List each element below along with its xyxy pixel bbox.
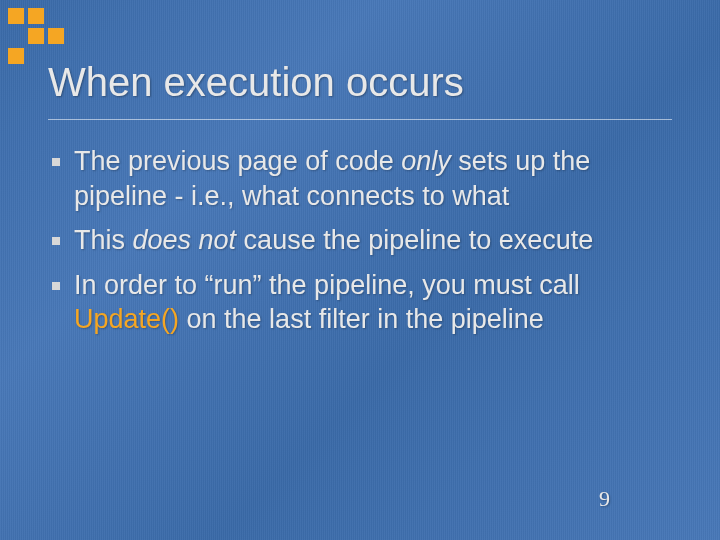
bullet-text: In order to “run” the pipeline, you must… xyxy=(74,268,672,337)
bullet-item: The previous page of code only sets up t… xyxy=(52,144,672,213)
bullet-list: The previous page of code only sets up t… xyxy=(48,144,672,337)
title-underline xyxy=(48,119,672,120)
bullet-marker-icon xyxy=(52,158,60,166)
bullet-item: In order to “run” the pipeline, you must… xyxy=(52,268,672,337)
bullet-text: The previous page of code only sets up t… xyxy=(74,144,672,213)
slide: When execution occurs The previous page … xyxy=(0,0,720,540)
bullet-marker-icon xyxy=(52,282,60,290)
bullet-marker-icon xyxy=(52,237,60,245)
slide-title: When execution occurs xyxy=(48,60,672,105)
bullet-text: This does not cause the pipeline to exec… xyxy=(74,223,593,258)
page-number: 9 xyxy=(599,486,610,512)
bullet-item: This does not cause the pipeline to exec… xyxy=(52,223,672,258)
